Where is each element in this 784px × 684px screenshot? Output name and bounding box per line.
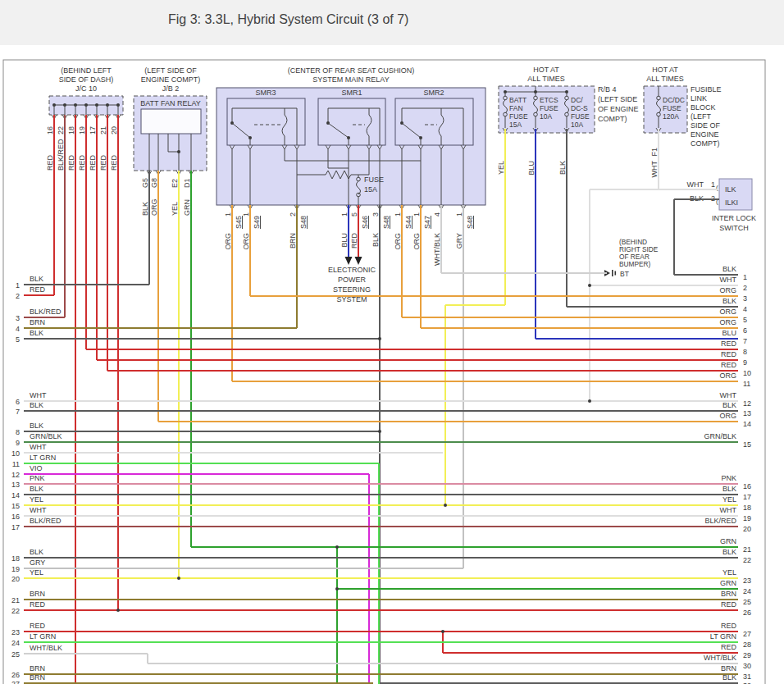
right-row-color-label: WHT — [720, 506, 737, 514]
right-row-number: 7 — [743, 337, 747, 345]
right-row-color-label: YEL — [722, 568, 736, 577]
flb-side-label: (LEFT — [691, 112, 712, 121]
right-row-color-label: BLK — [722, 548, 736, 556]
jb2-pin-number: D1 — [183, 178, 191, 188]
eps-label: STEERING — [333, 285, 371, 294]
bt-location-label: BUMPER) — [619, 260, 650, 268]
right-row-number: 30 — [743, 662, 751, 670]
right-row-color-label: BLU — [722, 329, 736, 337]
jc10-location-label: (BEHIND LEFT — [61, 66, 112, 75]
left-row-number: 8 — [16, 428, 20, 436]
right-row-number: 15 — [743, 440, 751, 449]
left-row-color-label: BLK — [30, 548, 43, 556]
interlock-switch-label: INTER LOCK — [712, 214, 756, 222]
right-row-number: 18 — [743, 504, 751, 512]
left-row-number: 20 — [11, 575, 20, 583]
right-row-number: 4 — [743, 305, 747, 313]
right-row-number: 2 — [743, 284, 747, 292]
left-row-color-label: BRN — [30, 590, 45, 598]
jb2-wire-color-label: YEL — [171, 202, 179, 216]
left-row-color-label: RED — [30, 622, 46, 630]
left-row-number: 6 — [16, 398, 20, 406]
left-row-number: 1 — [16, 281, 20, 290]
wiring-diagram-canvas: (BEHIND LEFTSIDE OF DASH)J/C 10(LEFT SID… — [0, 0, 784, 684]
jc10-wire-color-label: BLK/RED — [57, 139, 65, 171]
smr-wire-color-label: BLK — [371, 233, 380, 247]
left-row-color-label: WHT/BLK — [30, 644, 62, 652]
right-row-number: 13 — [743, 409, 751, 417]
rb4-fuse-label: FUSE — [540, 104, 558, 112]
jc10-wire-color-label: RED — [46, 154, 54, 171]
smr-wire-color-label: WHT/BLK — [433, 233, 441, 266]
smr-wire-color-label: ORG — [242, 233, 250, 250]
left-row-number: 13 — [11, 481, 20, 489]
rb4-fuse-label: ETCS — [540, 96, 558, 104]
right-row-number: 19 — [743, 514, 751, 522]
interlock-terminal-name: ILKI — [725, 198, 738, 207]
smr-wire-color-label: RED — [350, 233, 358, 249]
right-row-number: 5 — [743, 316, 747, 324]
right-row-color-label: RED — [721, 361, 737, 369]
jb2-pin-number: G5 — [141, 178, 149, 188]
interlock-switch-label: SWITCH — [719, 224, 749, 232]
rb4-side-label: OF ENGINE — [598, 105, 639, 113]
flb-side-label: ENGINE — [691, 130, 719, 139]
eps-arrow — [355, 257, 362, 265]
smr-relay-label: SMR2 — [423, 89, 444, 97]
left-row-number: 9 — [16, 439, 20, 447]
right-row-number: 11 — [743, 380, 750, 388]
right-row-number: 6 — [743, 326, 747, 335]
left-row-number: 12 — [11, 471, 20, 479]
smr-wire-color-label: BRN — [289, 233, 297, 249]
smr-wire-color-label: ORG — [224, 233, 232, 250]
smr-pin-number: 1 — [224, 212, 232, 217]
jc10-wire-color-label: RED — [99, 154, 107, 171]
jc10-pin-number: 20 — [110, 126, 118, 135]
junction-dot — [588, 284, 591, 287]
jc10-pin-number: 18 — [67, 126, 75, 135]
jb2-location-label: (LEFT SIDE OF — [144, 66, 197, 75]
junction-dot — [335, 545, 339, 549]
right-row-color-label: GRN/BLK — [704, 432, 736, 440]
right-row-color-label: BLK — [722, 401, 736, 409]
jc10-location-label: SIDE OF DASH) — [59, 75, 114, 84]
eps-arrow — [345, 257, 353, 265]
left-row-color-label: LT GRN — [30, 632, 56, 641]
left-row-color-label: BLK — [30, 401, 43, 409]
smr-relay-label: SMR1 — [341, 89, 362, 97]
left-row-number: 17 — [11, 523, 20, 531]
batt-fan-relay-box — [141, 109, 201, 134]
smr-pin-number: 1 — [242, 212, 250, 217]
left-row-color-label: YEL — [30, 568, 43, 577]
left-row-color-label: LT GRN — [30, 454, 56, 462]
left-row-color-label: BLK/RED — [30, 517, 62, 525]
flb-side-label: COMPT) — [691, 139, 720, 148]
jc10-pin-number: 21 — [99, 126, 107, 135]
smr-location-label: SYSTEM MAIN RELAY — [312, 75, 389, 84]
rb4-side-label: COMPT) — [598, 115, 627, 123]
rb4-side-label: R/B 4 — [598, 85, 617, 93]
flb-pin-number: F1 — [650, 148, 659, 157]
smr-connector-id: S48 — [299, 216, 308, 229]
right-row-color-label: YEL — [722, 495, 736, 504]
left-row-color-label: BRN — [30, 318, 45, 326]
right-row-color-label: ORG — [719, 412, 736, 420]
right-row-number: 14 — [743, 420, 751, 428]
left-row-number: 19 — [11, 565, 20, 573]
right-row-color-label: RED — [721, 643, 737, 651]
right-row-number: 27 — [743, 630, 751, 638]
jc10-pin-number: 17 — [89, 126, 97, 135]
left-row-color-label: GRN/BLK — [30, 432, 62, 440]
left-row-color-label: WHT — [30, 391, 47, 399]
right-row-color-label: GRN — [720, 579, 736, 587]
right-row-number: 20 — [743, 525, 751, 533]
smr-relay-label: SMR3 — [255, 89, 276, 97]
right-row-number: 12 — [743, 399, 751, 408]
smr-location-label: (CENTER OF REAR SEAT CUSHION) — [288, 66, 415, 75]
flb-hot-label: HOT AT — [652, 66, 678, 74]
right-row-number: 21 — [743, 545, 751, 554]
left-row-number: 26 — [11, 671, 20, 679]
right-row-color-label: WHT/BLK — [704, 654, 736, 662]
left-row-color-label: GRY — [30, 559, 45, 567]
rb4-fuse-label: DC-S — [571, 104, 588, 112]
